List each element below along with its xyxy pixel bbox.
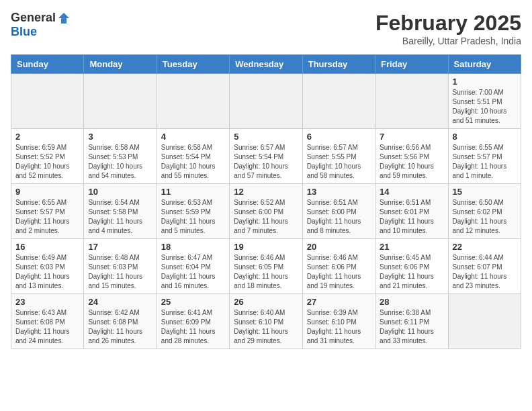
weekday-header-friday: Friday [375, 55, 448, 74]
day-number: 19 [234, 242, 298, 252]
day-number: 8 [453, 132, 517, 142]
day-info: Sunrise: 6:54 AMSunset: 5:58 PMDaylight:… [88, 198, 152, 236]
calendar-cell: 26Sunrise: 6:40 AMSunset: 6:10 PMDayligh… [230, 294, 302, 349]
day-info: Sunrise: 6:41 AMSunset: 6:09 PMDaylight:… [161, 308, 225, 346]
day-number: 14 [380, 187, 443, 197]
day-number: 25 [161, 297, 225, 307]
logo-blue-text: Blue [11, 25, 37, 39]
calendar-cell: 13Sunrise: 6:51 AMSunset: 6:00 PMDayligh… [302, 184, 375, 239]
calendar-cell: 5Sunrise: 6:57 AMSunset: 5:54 PMDaylight… [230, 129, 302, 184]
calendar-week-row: 23Sunrise: 6:43 AMSunset: 6:08 PMDayligh… [11, 294, 521, 349]
day-info: Sunrise: 6:48 AMSunset: 6:03 PMDaylight:… [88, 253, 152, 291]
calendar-cell [11, 74, 84, 129]
weekday-header-saturday: Saturday [448, 55, 521, 74]
calendar-cell: 12Sunrise: 6:52 AMSunset: 6:00 PMDayligh… [230, 184, 302, 239]
calendar-cell: 17Sunrise: 6:48 AMSunset: 6:03 PMDayligh… [84, 239, 157, 294]
logo: General Blue [11, 11, 71, 39]
day-info: Sunrise: 6:39 AMSunset: 6:10 PMDaylight:… [307, 308, 371, 346]
day-number: 22 [453, 242, 517, 252]
calendar-cell: 3Sunrise: 6:58 AMSunset: 5:53 PMDaylight… [84, 129, 157, 184]
day-number: 7 [380, 132, 443, 142]
day-info: Sunrise: 6:44 AMSunset: 6:07 PMDaylight:… [453, 253, 517, 291]
day-info: Sunrise: 6:51 AMSunset: 6:00 PMDaylight:… [307, 198, 371, 236]
calendar-cell: 22Sunrise: 6:44 AMSunset: 6:07 PMDayligh… [448, 239, 521, 294]
calendar-cell: 21Sunrise: 6:45 AMSunset: 6:06 PMDayligh… [375, 239, 448, 294]
weekday-header-wednesday: Wednesday [230, 55, 302, 74]
day-info: Sunrise: 6:43 AMSunset: 6:08 PMDaylight:… [15, 308, 79, 346]
day-number: 26 [234, 297, 298, 307]
logo-general-text: General [11, 11, 56, 25]
day-info: Sunrise: 6:46 AMSunset: 6:05 PMDaylight:… [234, 253, 298, 291]
day-number: 24 [88, 297, 152, 307]
day-number: 15 [453, 187, 517, 197]
calendar-cell [375, 74, 448, 129]
day-info: Sunrise: 6:53 AMSunset: 5:59 PMDaylight:… [161, 198, 225, 236]
day-number: 2 [15, 132, 79, 142]
calendar-cell: 16Sunrise: 6:49 AMSunset: 6:03 PMDayligh… [11, 239, 84, 294]
day-info: Sunrise: 6:45 AMSunset: 6:06 PMDaylight:… [380, 253, 443, 291]
calendar-cell: 27Sunrise: 6:39 AMSunset: 6:10 PMDayligh… [302, 294, 375, 349]
day-number: 13 [307, 187, 371, 197]
day-number: 16 [15, 242, 79, 252]
calendar-cell: 28Sunrise: 6:38 AMSunset: 6:11 PMDayligh… [375, 294, 448, 349]
location-text: Bareilly, Uttar Pradesh, India [375, 36, 521, 46]
calendar-cell [302, 74, 375, 129]
calendar-cell [157, 74, 229, 129]
day-info: Sunrise: 6:57 AMSunset: 5:55 PMDaylight:… [307, 143, 371, 181]
day-number: 10 [88, 187, 152, 197]
calendar-cell: 15Sunrise: 6:50 AMSunset: 6:02 PMDayligh… [448, 184, 521, 239]
day-number: 6 [307, 132, 371, 142]
title-section: February 2025 Bareilly, Uttar Pradesh, I… [375, 11, 521, 46]
day-info: Sunrise: 6:59 AMSunset: 5:52 PMDaylight:… [15, 143, 79, 181]
day-number: 17 [88, 242, 152, 252]
day-number: 28 [380, 297, 443, 307]
calendar-cell: 19Sunrise: 6:46 AMSunset: 6:05 PMDayligh… [230, 239, 302, 294]
day-number: 21 [380, 242, 443, 252]
day-number: 9 [15, 187, 79, 197]
calendar-cell: 4Sunrise: 6:58 AMSunset: 5:54 PMDaylight… [157, 129, 229, 184]
calendar-cell: 10Sunrise: 6:54 AMSunset: 5:58 PMDayligh… [84, 184, 157, 239]
day-info: Sunrise: 6:47 AMSunset: 6:04 PMDaylight:… [161, 253, 225, 291]
calendar-cell: 24Sunrise: 6:42 AMSunset: 6:08 PMDayligh… [84, 294, 157, 349]
calendar-week-row: 2Sunrise: 6:59 AMSunset: 5:52 PMDaylight… [11, 129, 521, 184]
day-info: Sunrise: 6:51 AMSunset: 6:01 PMDaylight:… [380, 198, 443, 236]
calendar-cell: 1Sunrise: 7:00 AMSunset: 5:51 PMDaylight… [448, 74, 521, 129]
calendar-week-row: 9Sunrise: 6:55 AMSunset: 5:57 PMDaylight… [11, 184, 521, 239]
day-number: 20 [307, 242, 371, 252]
day-info: Sunrise: 6:42 AMSunset: 6:08 PMDaylight:… [88, 308, 152, 346]
logo-icon [57, 11, 71, 25]
calendar-cell: 11Sunrise: 6:53 AMSunset: 5:59 PMDayligh… [157, 184, 229, 239]
day-info: Sunrise: 6:52 AMSunset: 6:00 PMDaylight:… [234, 198, 298, 236]
day-info: Sunrise: 6:57 AMSunset: 5:54 PMDaylight:… [234, 143, 298, 181]
calendar-cell: 9Sunrise: 6:55 AMSunset: 5:57 PMDaylight… [11, 184, 84, 239]
day-number: 5 [234, 132, 298, 142]
svg-marker-0 [58, 13, 69, 24]
calendar-table: SundayMondayTuesdayWednesdayThursdayFrid… [11, 54, 521, 349]
calendar-cell: 18Sunrise: 6:47 AMSunset: 6:04 PMDayligh… [157, 239, 229, 294]
day-info: Sunrise: 6:49 AMSunset: 6:03 PMDaylight:… [15, 253, 79, 291]
calendar-week-row: 1Sunrise: 7:00 AMSunset: 5:51 PMDaylight… [11, 74, 521, 129]
month-year-title: February 2025 [375, 11, 521, 36]
page-header: General Blue February 2025 Bareilly, Utt… [11, 11, 521, 46]
calendar-cell: 20Sunrise: 6:46 AMSunset: 6:06 PMDayligh… [302, 239, 375, 294]
day-info: Sunrise: 6:55 AMSunset: 5:57 PMDaylight:… [453, 143, 517, 181]
day-number: 3 [88, 132, 152, 142]
day-number: 1 [453, 77, 517, 87]
calendar-week-row: 16Sunrise: 6:49 AMSunset: 6:03 PMDayligh… [11, 239, 521, 294]
calendar-cell: 7Sunrise: 6:56 AMSunset: 5:56 PMDaylight… [375, 129, 448, 184]
calendar-cell [448, 294, 521, 349]
calendar-cell [230, 74, 302, 129]
day-info: Sunrise: 7:00 AMSunset: 5:51 PMDaylight:… [453, 88, 517, 126]
day-number: 27 [307, 297, 371, 307]
calendar-cell: 6Sunrise: 6:57 AMSunset: 5:55 PMDaylight… [302, 129, 375, 184]
calendar-cell: 25Sunrise: 6:41 AMSunset: 6:09 PMDayligh… [157, 294, 229, 349]
weekday-header-tuesday: Tuesday [157, 55, 229, 74]
weekday-header-row: SundayMondayTuesdayWednesdayThursdayFrid… [11, 55, 521, 74]
weekday-header-sunday: Sunday [11, 55, 84, 74]
calendar-cell: 23Sunrise: 6:43 AMSunset: 6:08 PMDayligh… [11, 294, 84, 349]
day-number: 18 [161, 242, 225, 252]
calendar-cell: 2Sunrise: 6:59 AMSunset: 5:52 PMDaylight… [11, 129, 84, 184]
day-info: Sunrise: 6:40 AMSunset: 6:10 PMDaylight:… [234, 308, 298, 346]
day-number: 12 [234, 187, 298, 197]
day-info: Sunrise: 6:58 AMSunset: 5:54 PMDaylight:… [161, 143, 225, 181]
